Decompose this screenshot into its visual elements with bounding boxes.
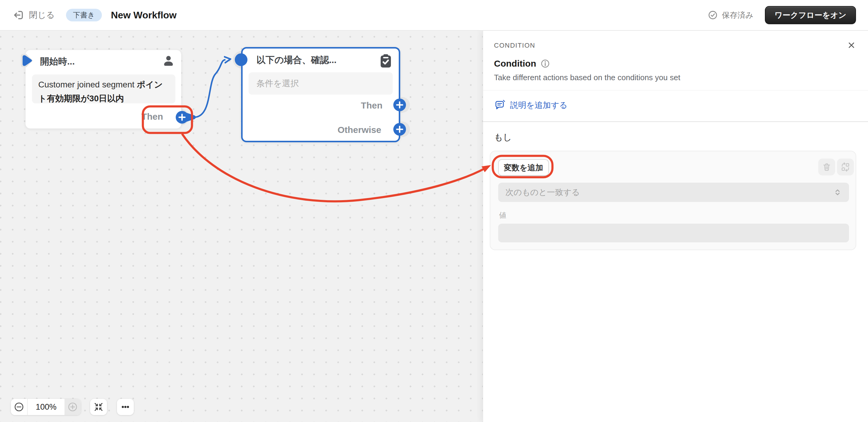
zoom-level: 100%	[27, 399, 64, 415]
operator-select[interactable]: 次のものと一致する	[498, 183, 849, 202]
zoom-out-button[interactable]	[11, 399, 27, 415]
info-icon[interactable]	[540, 59, 550, 68]
trigger-node[interactable]: 開始時... Customer joined segment ポイント有効期限が…	[25, 50, 181, 129]
fit-view-button[interactable]	[90, 399, 107, 415]
trash-icon	[822, 162, 832, 172]
close-workflow-label: 閉じる	[29, 9, 55, 21]
close-panel-button[interactable]	[846, 38, 860, 52]
otherwise-branch-label: Otherwise	[338, 125, 381, 135]
add-description-label: 説明を追加する	[510, 100, 567, 111]
add-otherwise-action-button[interactable]	[393, 123, 406, 135]
close-icon	[846, 40, 860, 50]
swap-condition-button[interactable]	[837, 158, 854, 175]
topbar: 閉じる 下書き New Workflow 保存済み ワークフローをオン	[0, 0, 868, 31]
select-chevron-icon	[833, 188, 842, 197]
condition-node[interactable]: 以下の場合、確認... 条件を選択 Then Otherwise	[241, 47, 400, 142]
section-divider	[483, 121, 868, 122]
trigger-node-title: 開始時...	[40, 56, 75, 68]
fit-view-icon	[93, 402, 104, 412]
add-variable-button[interactable]: 変数を追加	[498, 159, 549, 176]
swap-icon	[841, 162, 850, 172]
value-input[interactable]	[498, 224, 849, 242]
value-label: 値	[499, 210, 506, 220]
close-workflow-button[interactable]: 閉じる	[12, 9, 55, 21]
save-status-label: 保存済み	[722, 10, 753, 21]
then-branch-label: Then	[141, 112, 163, 122]
more-options-button[interactable]	[117, 399, 134, 415]
plus-icon	[179, 114, 186, 121]
zoom-in-button[interactable]	[64, 399, 81, 415]
plus-icon	[396, 126, 403, 133]
condition-select-field[interactable]: 条件を選択	[249, 72, 393, 95]
clipboard-check-icon	[379, 54, 393, 70]
more-options-icon	[120, 402, 130, 412]
save-status: 保存済み	[707, 10, 753, 21]
panel-title: Condition	[494, 58, 536, 69]
page-title: New Workflow	[111, 10, 177, 21]
then-branch-label: Then	[361, 100, 382, 111]
minus-circle-icon	[13, 401, 24, 412]
plus-circle-icon	[67, 401, 78, 412]
add-description-link[interactable]: 説明を追加する	[494, 99, 567, 111]
trigger-description-prefix: Customer joined segment	[38, 80, 137, 89]
if-section-label: もし	[494, 131, 512, 144]
operator-select-value: 次のものと一致する	[505, 187, 833, 198]
delete-condition-button[interactable]	[818, 158, 835, 175]
plus-icon	[396, 101, 403, 109]
divider	[483, 90, 868, 90]
condition-criteria-card: 変数を追加 次のものと一致する	[490, 151, 856, 250]
add-then-step-button[interactable]	[176, 111, 188, 124]
trigger-description: Customer joined segment ポイント有効期限が30日以内	[32, 74, 176, 103]
comment-icon	[494, 99, 505, 111]
panel-subtitle: Take different actions based on the cond…	[494, 73, 680, 82]
condition-node-title: 以下の場合、確認...	[256, 54, 337, 66]
zoom-controls: 100%	[11, 399, 81, 415]
condition-details-panel: CONDITION Condition Take different actio…	[483, 31, 868, 422]
panel-kicker: CONDITION	[494, 41, 535, 50]
person-icon	[162, 54, 175, 68]
activate-workflow-button[interactable]: ワークフローをオン	[765, 6, 856, 24]
add-then-action-button[interactable]	[393, 98, 406, 111]
exit-icon	[12, 9, 24, 21]
check-circle-icon	[707, 10, 718, 21]
workflow-canvas[interactable]: 開始時... Customer joined segment ポイント有効期限が…	[0, 31, 483, 422]
status-badge: 下書き	[66, 9, 102, 21]
condition-input-port	[235, 53, 247, 66]
trigger-play-icon	[19, 52, 36, 70]
